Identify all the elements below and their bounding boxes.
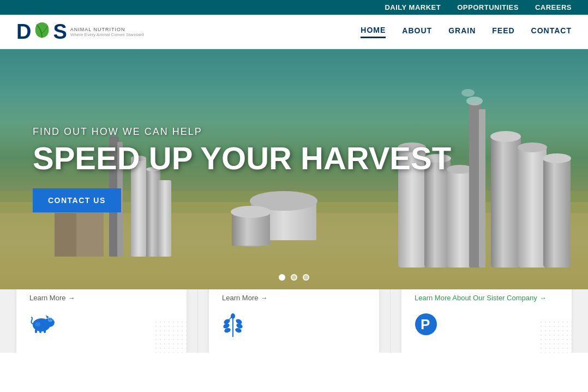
svg-point-37	[48, 318, 52, 322]
nav-feed[interactable]: FEED	[492, 26, 514, 37]
arrow-icon: →	[539, 294, 547, 302]
logo[interactable]: D S ANIMAL NUTRITION Where Every Animal …	[16, 20, 144, 43]
feed-services-link[interactable]: Learn More →	[29, 294, 173, 302]
svg-rect-41	[39, 330, 41, 333]
hero-section: FIND OUT HOW WE CAN HELP SPEED UP YOUR H…	[0, 49, 588, 289]
careers-link[interactable]: CAREERS	[535, 3, 572, 11]
svg-rect-24	[491, 136, 521, 268]
svg-point-33	[461, 89, 475, 97]
daily-market-link[interactable]: DAILY MARKET	[385, 3, 441, 11]
carousel-dots	[279, 274, 309, 281]
svg-point-27	[490, 131, 521, 142]
logo-subtitle: ANIMAL NUTRITION	[70, 27, 144, 32]
svg-point-43	[35, 322, 40, 326]
main-nav: HOME ABOUT GRAIN FEED CONTACT	[361, 26, 572, 38]
svg-rect-42	[44, 330, 46, 333]
leaf-icon	[32, 20, 52, 43]
svg-point-39	[51, 319, 52, 320]
pathway-icon: P	[415, 313, 559, 341]
service-cards: FEED SERVICES Learn More →	[0, 289, 588, 353]
opportunities-link[interactable]: OPPORTUNITIES	[457, 3, 519, 11]
logo-tagline: Where Every Animal Comes Standard	[70, 32, 144, 37]
svg-rect-26	[543, 158, 571, 268]
arrow-icon: →	[260, 294, 267, 302]
arrow-icon: →	[68, 294, 75, 302]
pig-icon	[29, 313, 173, 338]
svg-point-29	[543, 153, 571, 163]
header: D S ANIMAL NUTRITION Where Every Animal …	[0, 15, 588, 49]
svg-rect-31	[479, 109, 485, 268]
nav-contact[interactable]: CONTACT	[531, 26, 572, 37]
nav-grain[interactable]: GRAIN	[448, 26, 476, 37]
logo-letter-s: S	[53, 21, 67, 42]
svg-rect-25	[518, 147, 547, 268]
grain-services-link[interactable]: Learn More →	[222, 294, 366, 302]
contact-us-button[interactable]: CONTACT US	[33, 188, 121, 212]
nav-about[interactable]: ABOUT	[402, 26, 432, 37]
svg-point-52	[231, 313, 235, 319]
carousel-dot-2[interactable]	[291, 274, 297, 281]
pathway-link[interactable]: Learn More About Our Sister Company →	[415, 294, 559, 302]
svg-point-32	[466, 97, 483, 105]
wheat-icon	[222, 313, 366, 342]
carousel-dot-1[interactable]	[279, 274, 285, 281]
hero-subtitle: FIND OUT HOW WE CAN HELP	[33, 126, 451, 138]
svg-point-28	[518, 142, 547, 152]
svg-rect-40	[35, 329, 37, 333]
hero-content: FIND OUT HOW WE CAN HELP SPEED UP YOUR H…	[33, 126, 451, 212]
svg-text:P: P	[421, 316, 430, 332]
hero-title: SPEED UP YOUR HARVEST	[33, 142, 451, 175]
logo-letter-d: D	[16, 21, 31, 42]
svg-point-38	[49, 319, 50, 320]
nav-home[interactable]: HOME	[361, 26, 386, 38]
carousel-dot-3[interactable]	[303, 274, 309, 281]
top-bar: DAILY MARKET OPPORTUNITIES CAREERS	[0, 0, 588, 15]
